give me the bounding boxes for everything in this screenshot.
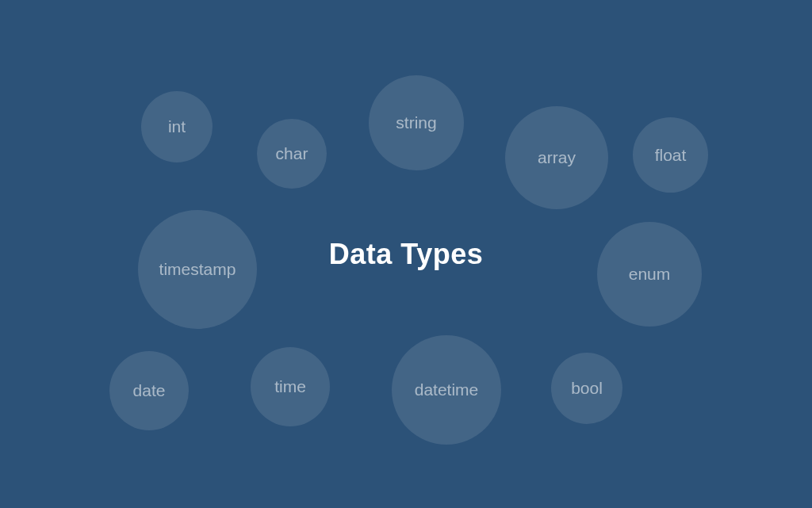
- bubble-float: float: [633, 117, 708, 193]
- bubble-timestamp: timestamp: [138, 210, 257, 329]
- bubble-label: bool: [571, 379, 603, 398]
- diagram-title: Data Types: [329, 238, 483, 271]
- bubble-label: char: [276, 144, 308, 163]
- bubble-label: enum: [629, 265, 671, 284]
- bubble-date: date: [109, 351, 189, 430]
- bubble-enum: enum: [597, 222, 702, 327]
- bubble-bool: bool: [551, 353, 622, 424]
- bubble-label: array: [538, 148, 576, 167]
- bubble-label: datetime: [415, 380, 479, 399]
- bubble-array: array: [505, 106, 608, 209]
- bubble-string: string: [369, 75, 464, 170]
- bubble-char: char: [257, 119, 327, 189]
- bubble-label: date: [133, 381, 166, 400]
- bubble-label: string: [396, 113, 436, 132]
- bubble-label: int: [168, 117, 186, 136]
- bubble-datetime: datetime: [392, 335, 501, 445]
- bubble-label: timestamp: [159, 260, 236, 279]
- bubble-label: float: [655, 146, 687, 165]
- bubble-label: time: [274, 377, 306, 396]
- bubble-int: int: [141, 91, 213, 162]
- bubble-time: time: [251, 347, 330, 426]
